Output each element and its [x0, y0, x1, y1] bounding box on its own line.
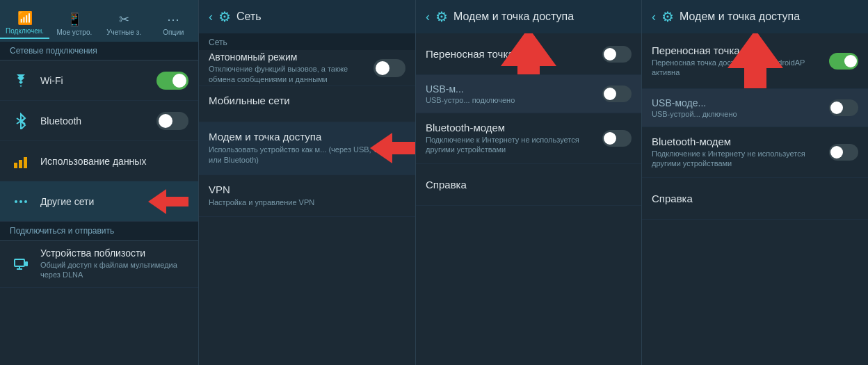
airplane-subtitle: Отключение функций вызовов, а также обме… — [209, 64, 373, 84]
data-icon — [10, 150, 32, 172]
vpn-item[interactable]: VPN Настройка и управление VPN — [199, 175, 415, 217]
wifi-item[interactable]: Wi-Fi — [0, 60, 198, 101]
data-label: Использование данных — [40, 156, 188, 167]
svg-rect-3 — [19, 160, 22, 168]
modem-arrow — [370, 133, 415, 163]
bt-modem-item-4[interactable]: Bluetooth-модем Подключение к Интернету … — [642, 127, 868, 178]
usb-subtitle-4: USB-устрой... дключено — [652, 110, 829, 118]
other-networks-label: Другие сети — [40, 196, 148, 207]
tab-accounts[interactable]: ✂ Учетные з. — [99, 9, 149, 39]
tab-options[interactable]: ⋯ Опции — [149, 9, 198, 39]
settings-icon-3: ⚙ — [435, 8, 448, 25]
settings-icon: ⚙ — [218, 8, 231, 25]
bt-modem-subtitle-3: Подключение к Интернету не используется … — [426, 135, 602, 155]
back-icon[interactable]: ‹ — [209, 10, 213, 24]
panel-modem-4: ‹ ⚙ Модем и точка доступа Переносная точ… — [642, 0, 868, 365]
hotspot-label-4: Переносная точка дос.. — [652, 44, 829, 56]
mydevice-icon: 📱 — [67, 12, 82, 27]
svg-rect-8 — [15, 259, 24, 266]
bt-modem-item-3[interactable]: Bluetooth-модем Подключение к Интернету … — [416, 113, 641, 164]
svg-point-7 — [24, 200, 27, 203]
network-section-label: Сеть — [199, 33, 415, 50]
accounts-icon: ✂ — [119, 12, 129, 27]
bt-modem-toggle-3[interactable] — [602, 130, 632, 147]
portable-hotspot-item-4[interactable]: Переносная точка дос.. Переносная точка … — [642, 33, 868, 89]
bluetooth-item[interactable]: Bluetooth — [0, 101, 198, 141]
svg-point-5 — [15, 200, 17, 203]
usb-modem-item-4[interactable]: USB-моде... USB-устрой... дключено — [642, 89, 868, 127]
network-title: Сеть — [236, 10, 262, 23]
modem-header-3: ‹ ⚙ Модем и точка доступа — [416, 0, 641, 33]
other-networks-item[interactable]: Другие сети — [0, 181, 198, 222]
hotspot-toggle-4[interactable] — [829, 53, 858, 70]
modem-header-4: ‹ ⚙ Модем и точка доступа — [642, 0, 868, 33]
nearby-icon — [10, 252, 32, 275]
bluetooth-label: Bluetooth — [40, 115, 156, 127]
bluetooth-icon — [10, 110, 32, 132]
panel-connections: 📶 Подключен. 📱 Мое устро. ✂ Учетные з. ⋯… — [0, 0, 199, 365]
usb-label-4: USB-моде... — [652, 97, 829, 108]
settings-icon-4: ⚙ — [661, 8, 674, 25]
network-section-header: Сетевые подключения — [0, 42, 198, 60]
bt-modem-label-3: Bluetooth-модем — [426, 122, 602, 133]
bluetooth-toggle[interactable] — [156, 112, 188, 130]
modem-title-4: Модем и точка доступа — [680, 10, 800, 23]
vpn-label: VPN — [209, 184, 405, 195]
usb-subtitle-3: USB-устро... подключено — [426, 96, 602, 104]
nearby-devices-item[interactable]: Устройства поблизости Общий доступ к фай… — [0, 241, 198, 288]
wifi-toggle[interactable] — [156, 72, 188, 90]
bt-modem-toggle-4[interactable] — [829, 144, 858, 161]
wifi-label: Wi-Fi — [40, 75, 156, 86]
options-icon: ⋯ — [167, 12, 179, 27]
connections-icon: 📶 — [17, 10, 33, 26]
panel-modem-3: ‹ ⚙ Модем и точка доступа Переносная точ… — [416, 0, 642, 365]
svg-rect-2 — [14, 163, 17, 168]
help-label-4: Справка — [652, 193, 858, 204]
svg-rect-11 — [25, 261, 28, 266]
network-header: ‹ ⚙ Сеть — [199, 0, 415, 33]
airplane-label: Автономный режим — [209, 51, 373, 63]
data-usage-item[interactable]: Использование данных — [0, 141, 198, 181]
arrow-left-indicator — [148, 189, 188, 214]
hotspot-label-3: Переносная точка дос.. — [426, 48, 602, 60]
mobile-networks-item[interactable]: Мобильные сети — [199, 86, 415, 122]
svg-rect-4 — [24, 157, 27, 168]
wifi-icon — [10, 70, 32, 92]
tab-bar: 📶 Подключен. 📱 Мое устро. ✂ Учетные з. ⋯… — [0, 0, 198, 42]
nearby-subtitle: Общий доступ к файлам мультимедиа через … — [40, 260, 188, 280]
svg-point-6 — [19, 200, 22, 203]
usb-modem-item-3[interactable]: USB-м... USB-устро... подключено — [416, 75, 641, 113]
hotspot-toggle-3[interactable] — [602, 46, 632, 63]
modem-title-3: Модем и точка доступа — [453, 10, 574, 23]
panel-network: ‹ ⚙ Сеть Сеть Автономный режим Отключени… — [199, 0, 416, 365]
tab-connections[interactable]: 📶 Подключен. — [0, 8, 49, 39]
nearby-label: Устройства поблизости — [40, 248, 188, 259]
modem-hotspot-item[interactable]: Модем и точка доступа Использовать устро… — [199, 122, 415, 175]
back-icon-3[interactable]: ‹ — [426, 10, 430, 24]
hotspot-subtitle-4: Переносная точка доступа Wi-Fi AndroidAP… — [652, 58, 829, 78]
tab-mydevice[interactable]: 📱 Мое устро. — [49, 9, 99, 39]
usb-toggle-4[interactable] — [829, 99, 858, 116]
bt-modem-label-4: Bluetooth-модем — [652, 136, 829, 147]
portable-hotspot-item-3[interactable]: Переносная точка дос.. — [416, 33, 641, 75]
airplane-toggle[interactable] — [373, 59, 405, 77]
help-label-3: Справка — [426, 179, 632, 190]
connect-send-header: Подключиться и отправить — [0, 222, 198, 241]
vpn-subtitle: Настройка и управление VPN — [209, 197, 405, 208]
usb-toggle-3[interactable] — [602, 86, 632, 102]
mobile-label: Мобильные сети — [209, 95, 405, 106]
back-icon-4[interactable]: ‹ — [652, 10, 656, 24]
help-item-4[interactable]: Справка — [642, 178, 868, 220]
other-networks-icon — [10, 190, 32, 213]
help-item-3[interactable]: Справка — [416, 164, 641, 206]
airplane-mode-item[interactable]: Автономный режим Отключение функций вызо… — [199, 50, 415, 86]
bt-modem-subtitle-4: Подключение к Интернету не используется … — [652, 149, 829, 169]
usb-label-3: USB-м... — [426, 83, 602, 95]
